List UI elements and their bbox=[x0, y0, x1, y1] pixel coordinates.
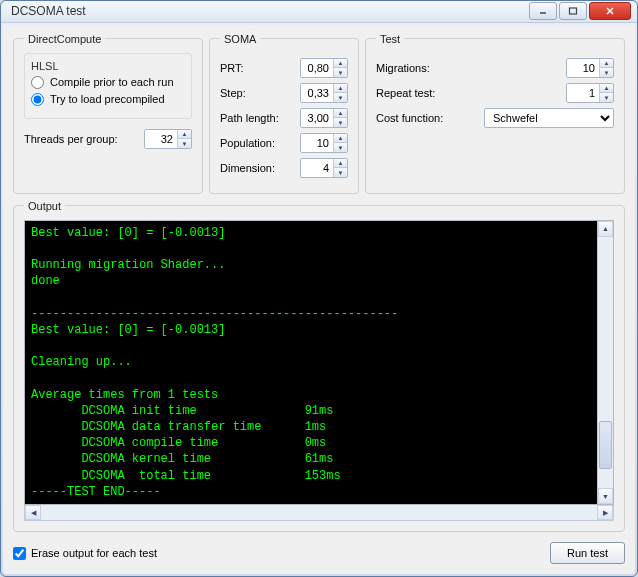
prt-input[interactable] bbox=[301, 59, 333, 77]
migrations-spinner[interactable]: ▲▼ bbox=[566, 58, 614, 78]
step-input[interactable] bbox=[301, 84, 333, 102]
pop-spinner[interactable]: ▲▼ bbox=[300, 133, 348, 153]
cost-label: Cost function: bbox=[376, 112, 484, 124]
prt-up[interactable]: ▲ bbox=[334, 59, 347, 69]
step-spinner[interactable]: ▲▼ bbox=[300, 83, 348, 103]
path-up[interactable]: ▲ bbox=[334, 109, 347, 119]
repeat-label: Repeat test: bbox=[376, 87, 566, 99]
hlsl-legend: HLSL bbox=[31, 60, 185, 72]
hlsl-group: HLSL Compile prior to each run Try to lo… bbox=[24, 53, 192, 119]
threads-row: Threads per group: ▲ ▼ bbox=[24, 129, 192, 149]
directcompute-group: DirectCompute HLSL Compile prior to each… bbox=[13, 33, 203, 194]
step-down[interactable]: ▼ bbox=[334, 93, 347, 102]
threads-spin-buttons: ▲ ▼ bbox=[177, 130, 191, 148]
repeat-input[interactable] bbox=[567, 84, 599, 102]
radio-compile-each-label: Compile prior to each run bbox=[50, 76, 174, 88]
minimize-icon bbox=[538, 7, 548, 15]
path-input[interactable] bbox=[301, 109, 333, 127]
titlebar: DCSOMA test bbox=[1, 1, 637, 23]
window-title: DCSOMA test bbox=[7, 4, 529, 18]
run-test-button[interactable]: Run test bbox=[550, 542, 625, 564]
dim-input[interactable] bbox=[301, 159, 333, 177]
scroll-left-icon[interactable]: ◀ bbox=[25, 505, 41, 520]
window-buttons bbox=[529, 2, 631, 20]
migrations-down[interactable]: ▼ bbox=[600, 68, 613, 77]
dim-up[interactable]: ▲ bbox=[334, 159, 347, 169]
prt-label: PRT: bbox=[220, 62, 300, 74]
dim-spinner[interactable]: ▲▼ bbox=[300, 158, 348, 178]
migrations-up[interactable]: ▲ bbox=[600, 59, 613, 69]
svg-rect-1 bbox=[570, 8, 577, 14]
close-button[interactable] bbox=[589, 2, 631, 20]
erase-checkbox-row[interactable]: Erase output for each test bbox=[13, 547, 540, 560]
radio-compile-each-input[interactable] bbox=[31, 76, 44, 89]
prt-down[interactable]: ▼ bbox=[334, 68, 347, 77]
threads-spinner[interactable]: ▲ ▼ bbox=[144, 129, 192, 149]
output-legend: Output bbox=[24, 200, 65, 212]
migrations-input[interactable] bbox=[567, 59, 599, 77]
radio-compile-each[interactable]: Compile prior to each run bbox=[31, 76, 185, 89]
threads-spin-down[interactable]: ▼ bbox=[178, 139, 191, 148]
path-spinner[interactable]: ▲▼ bbox=[300, 108, 348, 128]
output-group: Output Best value: [0] = [-0.0013] Runni… bbox=[13, 200, 625, 532]
soma-legend: SOMA bbox=[220, 33, 260, 45]
migrations-label: Migrations: bbox=[376, 62, 566, 74]
horizontal-scrollbar[interactable]: ◀ ▶ bbox=[24, 505, 614, 521]
cost-select[interactable]: Schwefel bbox=[484, 108, 614, 128]
pop-input[interactable] bbox=[301, 134, 333, 152]
directcompute-legend: DirectCompute bbox=[24, 33, 105, 45]
scroll-down-icon[interactable]: ▼ bbox=[598, 488, 613, 504]
console-output[interactable]: Best value: [0] = [-0.0013] Running migr… bbox=[25, 221, 597, 504]
maximize-button[interactable] bbox=[559, 2, 587, 20]
path-label: Path length: bbox=[220, 112, 300, 124]
dim-label: Dimension: bbox=[220, 162, 300, 174]
settings-row: DirectCompute HLSL Compile prior to each… bbox=[13, 33, 625, 194]
repeat-spinner[interactable]: ▲▼ bbox=[566, 83, 614, 103]
scroll-up-icon[interactable]: ▲ bbox=[598, 221, 613, 237]
maximize-icon bbox=[568, 7, 578, 15]
console-wrap: Best value: [0] = [-0.0013] Running migr… bbox=[24, 220, 614, 505]
bottom-row: Erase output for each test Run test bbox=[13, 542, 625, 564]
radio-load-precompiled-input[interactable] bbox=[31, 93, 44, 106]
minimize-button[interactable] bbox=[529, 2, 557, 20]
dim-down[interactable]: ▼ bbox=[334, 168, 347, 177]
soma-group: SOMA PRT: ▲▼ Step: ▲▼ Path length: ▲▼ Po… bbox=[209, 33, 359, 194]
radio-load-precompiled[interactable]: Try to load precompiled bbox=[31, 93, 185, 106]
repeat-up[interactable]: ▲ bbox=[600, 84, 613, 94]
vertical-scrollbar[interactable]: ▲ ▼ bbox=[597, 221, 613, 504]
pop-label: Population: bbox=[220, 137, 300, 149]
pop-down[interactable]: ▼ bbox=[334, 143, 347, 152]
pop-up[interactable]: ▲ bbox=[334, 134, 347, 144]
step-up[interactable]: ▲ bbox=[334, 84, 347, 94]
repeat-down[interactable]: ▼ bbox=[600, 93, 613, 102]
test-legend: Test bbox=[376, 33, 404, 45]
threads-spin-up[interactable]: ▲ bbox=[178, 130, 191, 140]
path-down[interactable]: ▼ bbox=[334, 118, 347, 127]
close-icon bbox=[605, 7, 615, 15]
content-area: DirectCompute HLSL Compile prior to each… bbox=[3, 25, 635, 574]
prt-spinner[interactable]: ▲▼ bbox=[300, 58, 348, 78]
scroll-right-icon[interactable]: ▶ bbox=[597, 505, 613, 520]
erase-label: Erase output for each test bbox=[31, 547, 157, 559]
threads-label: Threads per group: bbox=[24, 133, 144, 145]
hscroll-track[interactable] bbox=[41, 505, 597, 520]
test-group: Test Migrations: ▲▼ Repeat test: ▲▼ Cost… bbox=[365, 33, 625, 194]
scroll-thumb[interactable] bbox=[599, 421, 612, 469]
step-label: Step: bbox=[220, 87, 300, 99]
threads-input[interactable] bbox=[145, 130, 177, 148]
radio-load-precompiled-label: Try to load precompiled bbox=[50, 93, 165, 105]
erase-checkbox[interactable] bbox=[13, 547, 26, 560]
app-window: DCSOMA test DirectCompute HLSL Compile bbox=[0, 0, 638, 577]
